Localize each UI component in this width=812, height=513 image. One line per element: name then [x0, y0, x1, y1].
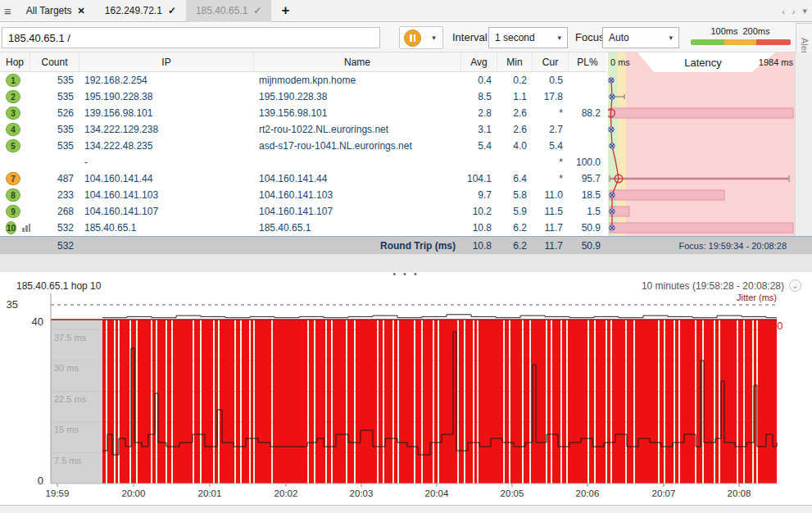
- packet-loss-bar: [675, 320, 678, 483]
- menu-icon[interactable]: ≡: [0, 4, 16, 18]
- scroll-right-icon[interactable]: ›: [792, 7, 796, 16]
- hop-8-range-bar: [610, 190, 724, 200]
- add-tab-button[interactable]: +: [271, 2, 299, 19]
- x-tick-label: 20:01: [198, 488, 222, 498]
- packet-loss-bar: [423, 320, 433, 483]
- packet-loss-bar: [131, 320, 136, 483]
- jitter-trace: [102, 315, 777, 318]
- packet-loss-bar: [547, 320, 551, 483]
- col-header-cur[interactable]: Cur: [533, 52, 569, 71]
- timeline-range-label[interactable]: 10 minutes (19:58:28 - 20:08:28): [642, 280, 784, 292]
- packet-loss-bar: [552, 320, 560, 483]
- pause-options-button[interactable]: ▾: [425, 26, 443, 49]
- table-row-hop-5[interactable]: 5535134.222.48.235asd-s17-rou-1041.NL.eu…: [0, 138, 606, 154]
- avg-cell: 10.2: [461, 203, 497, 220]
- hop-badge: 5: [6, 139, 20, 152]
- table-row-hop-7[interactable]: 7487104.160.141.44104.160.141.44104.16.4…: [0, 170, 606, 187]
- hop-cell: 10: [0, 220, 30, 236]
- avg-cell: 0.4: [461, 72, 497, 89]
- avg-cell: 9.7: [461, 187, 497, 203]
- focus-select[interactable]: Auto ▾: [602, 27, 679, 48]
- count-cell: 535: [30, 89, 79, 105]
- target-input[interactable]: [2, 27, 380, 48]
- table-row-hop-9[interactable]: 9268104.160.141.107104.160.141.10710.25.…: [0, 203, 606, 220]
- packet-loss-bar: [596, 320, 606, 483]
- check-icon: ✓: [253, 5, 261, 16]
- count-cell: 526: [30, 105, 79, 121]
- hop-badge: 8: [6, 188, 20, 202]
- pl-cell: 100.0: [569, 154, 606, 170]
- col-header-count[interactable]: Count: [30, 52, 79, 71]
- name-cell: asd-s17-rou-1041.NL.eurorings.net: [254, 138, 461, 154]
- scale-segment: [724, 39, 756, 45]
- ip-cell: 134.222.129.238: [79, 121, 254, 138]
- packet-loss-bar: [531, 320, 546, 483]
- hop-latency-overview-chart[interactable]: 0 msLatency1984 ms: [608, 52, 795, 236]
- col-header-avg[interactable]: Avg: [461, 52, 497, 71]
- tab-label: 162.249.72.1: [105, 5, 162, 16]
- packet-loss-bar: [660, 320, 664, 483]
- x-tick-label: 19:59: [46, 488, 70, 498]
- latency-scale-min-label: 0 ms: [610, 57, 630, 67]
- x-tick-label: 20:05: [501, 488, 524, 498]
- x-tick-label: 20:02: [274, 488, 298, 498]
- col-header-hop[interactable]: Hop: [0, 52, 30, 71]
- packet-loss-bar: [627, 320, 633, 483]
- name-cell: rt2-rou-1022.NL.eurorings.net: [254, 121, 461, 138]
- table-row-hop-10[interactable]: 10532185.40.65.1185.40.65.110.86.211.750…: [0, 220, 606, 236]
- scale-segment: [691, 39, 724, 45]
- interval-select[interactable]: 1 second ▾: [488, 27, 568, 48]
- hop10-timeline-graph[interactable]: Jitter (ms)3537.5 ms30 ms22.5 ms15 ms7.5…: [0, 293, 812, 502]
- col-header-min[interactable]: Min: [497, 52, 533, 71]
- packet-loss-bar: [474, 320, 477, 483]
- hop-cell: 4: [0, 121, 30, 138]
- avg-cell: 8.5: [461, 89, 497, 105]
- trace-rows: 1535192.168.2.254mijnmodem.kpn.home0.40.…: [0, 72, 606, 236]
- tab-target-2-active[interactable]: 185.40.65.1 ✓: [186, 0, 271, 22]
- col-header-name[interactable]: Name: [254, 52, 461, 71]
- packet-loss-bar: [758, 320, 777, 483]
- packet-loss-bar: [459, 320, 464, 483]
- min-cell: 6.4: [497, 170, 533, 187]
- count-cell: 268: [30, 203, 79, 220]
- packet-loss-bar: [394, 320, 397, 483]
- avg-cell: 3.1: [461, 121, 497, 138]
- table-row-hop-6[interactable]: -*100.0: [0, 154, 606, 170]
- tab-all-targets[interactable]: All Targets ✕: [16, 0, 95, 22]
- packet-loss-bar: [120, 320, 129, 483]
- hop-cell: 7: [0, 170, 30, 187]
- table-row-hop-1[interactable]: 1535192.168.2.254mijnmodem.kpn.home0.40.…: [0, 72, 606, 89]
- scroll-left-icon[interactable]: ‹: [782, 7, 785, 16]
- tab-bar: ≡ All Targets ✕ 162.249.72.1 ✓ 185.40.65…: [0, 0, 812, 22]
- splitter-grip-icon[interactable]: • • •: [0, 270, 812, 277]
- table-row-hop-3[interactable]: 3526139.156.98.101139.156.98.1012.82.6*8…: [0, 105, 606, 121]
- tab-label: All Targets: [26, 5, 72, 16]
- pause-button[interactable]: [399, 26, 426, 49]
- packet-loss-bar: [505, 320, 509, 483]
- summary-cur: 11.7: [533, 237, 569, 254]
- ip-cell: 139.156.98.101: [79, 105, 254, 121]
- gridline-label: 37.5 ms: [54, 333, 87, 343]
- ip-cell: 104.160.141.44: [79, 170, 254, 187]
- ip-cell: 134.222.48.235: [79, 138, 254, 154]
- table-row-hop-4[interactable]: 4535134.222.129.238rt2-rou-1022.NL.euror…: [0, 121, 606, 138]
- round-trip-summary-row: 532 Round Trip (ms) 10.8 6.2 11.7 50.9 F…: [0, 236, 812, 254]
- hop-badge: 9: [6, 205, 20, 218]
- cur-cell: 11.0: [533, 187, 569, 203]
- table-row-hop-8[interactable]: 8233104.160.141.103104.160.141.1039.75.8…: [0, 187, 606, 203]
- loss-max-tick-label: 30: [771, 320, 783, 332]
- timeline-svg: Jitter (ms)3537.5 ms30 ms22.5 ms15 ms7.5…: [0, 293, 812, 502]
- ip-cell: -: [79, 154, 254, 170]
- tab-list-icon[interactable]: ▾: [802, 6, 807, 16]
- packet-loss-bar: [116, 320, 118, 483]
- close-icon[interactable]: ✕: [78, 6, 85, 16]
- col-header-pl[interactable]: PL%: [569, 52, 606, 71]
- tab-target-1[interactable]: 162.249.72.1 ✓: [95, 0, 186, 22]
- packet-loss-bar: [434, 320, 438, 483]
- col-header-ip[interactable]: IP: [79, 52, 254, 71]
- avg-cell: 5.4: [461, 138, 497, 154]
- packet-loss-bar: [745, 320, 752, 483]
- gridline-label: 7.5 ms: [54, 456, 82, 465]
- range-dropdown-icon[interactable]: ⌄: [789, 279, 801, 292]
- table-row-hop-2[interactable]: 2535195.190.228.38195.190.228.388.51.117…: [0, 89, 606, 105]
